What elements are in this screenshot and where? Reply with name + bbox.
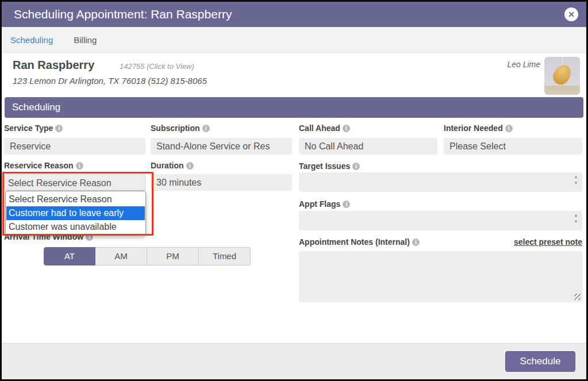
modal-title: Scheduling Appointment: Ran Raspberry bbox=[14, 2, 232, 27]
dropdown-option-highlighted[interactable]: Customer had to leave early bbox=[6, 206, 145, 220]
select-preset-note-link[interactable]: select preset note bbox=[514, 237, 582, 247]
target-issues-label: Target Issuesi bbox=[299, 161, 360, 171]
call-ahead-label: Call Aheadi bbox=[299, 124, 350, 133]
lemon-image bbox=[550, 61, 575, 87]
target-issues-multiselect[interactable]: ▲ ▼ bbox=[299, 172, 582, 192]
interior-needed-label: Interior Neededi bbox=[444, 124, 513, 133]
scroll-down-icon[interactable]: ▼ bbox=[574, 220, 578, 224]
arrival-timed-button[interactable]: Timed bbox=[199, 247, 251, 265]
modal-footer: Schedule bbox=[2, 343, 586, 379]
technician-name: Leo Lime bbox=[507, 60, 540, 69]
info-icon[interactable]: i bbox=[343, 125, 350, 132]
customer-name: Ran Raspberry bbox=[13, 59, 94, 72]
arrival-pm-button[interactable]: PM bbox=[147, 247, 199, 265]
duration-label: Durationi bbox=[151, 161, 194, 170]
close-icon[interactable]: ✕ bbox=[564, 7, 578, 21]
arrival-at-button[interactable]: AT bbox=[44, 247, 95, 265]
reservice-reason-dropdown: Select Reservice Reason Customer had to … bbox=[5, 191, 146, 236]
modal-header: Scheduling Appointment: Ran Raspberry ✕ bbox=[2, 2, 586, 27]
info-icon[interactable]: i bbox=[412, 238, 420, 246]
info-icon[interactable]: i bbox=[76, 162, 83, 170]
service-type-select[interactable]: Reservice bbox=[4, 138, 145, 155]
arrival-time-window-group: AT AM PM Timed bbox=[44, 247, 251, 265]
call-ahead-select[interactable]: No Call Ahead bbox=[299, 138, 437, 155]
tab-bar: Scheduling Billing bbox=[2, 27, 586, 52]
service-type-label: Service Typei bbox=[4, 124, 63, 133]
reservice-reason-select[interactable]: Select Reservice Reason bbox=[4, 174, 145, 191]
info-icon[interactable]: i bbox=[186, 162, 194, 170]
info-icon[interactable]: i bbox=[505, 125, 513, 132]
reservice-reason-label: Reservice Reasoni bbox=[4, 161, 83, 170]
appt-flags-label: Appt Flagsi bbox=[299, 199, 350, 209]
tab-scheduling[interactable]: Scheduling bbox=[10, 35, 53, 45]
tab-billing[interactable]: Billing bbox=[74, 35, 97, 45]
appt-flags-multiselect[interactable]: ▲ ▼ bbox=[299, 211, 582, 230]
section-header: Scheduling bbox=[5, 97, 583, 118]
info-icon[interactable]: i bbox=[202, 125, 210, 132]
info-icon[interactable]: i bbox=[55, 125, 63, 132]
scroll-down-icon[interactable]: ▼ bbox=[574, 181, 578, 186]
dropdown-option[interactable]: Select Reservice Reason bbox=[6, 193, 145, 206]
appointment-notes-label: Appointment Notes (Internal)i bbox=[299, 237, 420, 247]
customer-id-link[interactable]: 142755 (Click to View) bbox=[120, 62, 194, 71]
spinner: ▲ ▼ bbox=[572, 213, 579, 224]
subscription-label: Subscriptioni bbox=[151, 124, 210, 133]
scroll-up-icon[interactable]: ▲ bbox=[574, 175, 578, 179]
spinner: ▲ ▼ bbox=[572, 175, 579, 186]
dropdown-option[interactable]: Customer was unavailable bbox=[6, 220, 145, 234]
resize-handle-icon[interactable] bbox=[574, 294, 581, 300]
schedule-button[interactable]: Schedule bbox=[505, 351, 575, 372]
subscription-select[interactable]: Stand-Alone Service or Res bbox=[151, 138, 292, 155]
customer-section: Ran Raspberry 142755 (Click to View) 123… bbox=[2, 52, 586, 98]
scheduling-appointment-modal: Scheduling Appointment: Ran Raspberry ✕ … bbox=[0, 0, 588, 381]
interior-needed-select[interactable]: Please Select bbox=[444, 138, 582, 155]
info-icon[interactable]: i bbox=[352, 163, 360, 170]
customer-photo bbox=[544, 57, 580, 95]
scroll-up-icon[interactable]: ▲ bbox=[574, 213, 578, 218]
duration-select[interactable]: 30 minutes bbox=[151, 174, 292, 191]
arrival-am-button[interactable]: AM bbox=[95, 247, 147, 265]
appointment-notes-textarea[interactable] bbox=[299, 251, 582, 302]
customer-address: 123 Lemon Dr Arlington, TX 76018 (512) 8… bbox=[13, 76, 207, 86]
info-icon[interactable]: i bbox=[343, 201, 350, 208]
